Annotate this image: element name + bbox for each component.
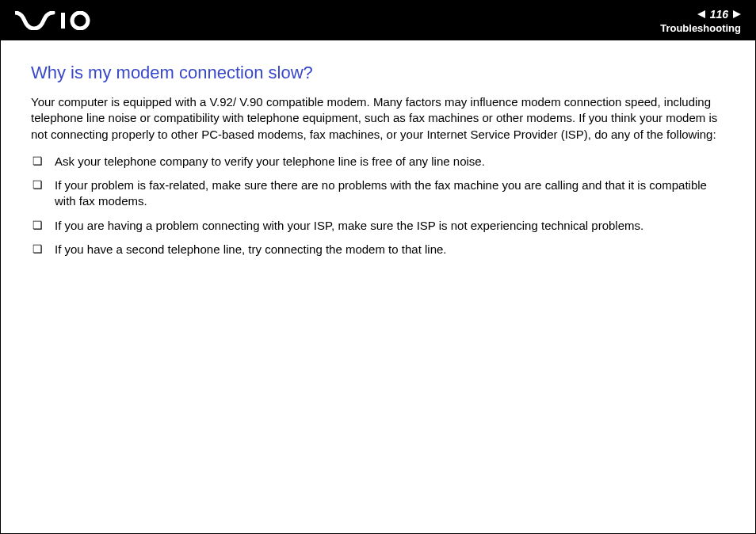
bullet-list: Ask your telephone company to verify you… — [31, 154, 725, 257]
list-item: If your problem is fax-related, make sur… — [31, 177, 725, 210]
list-item: Ask your telephone company to verify you… — [31, 154, 725, 170]
content-area: Why is my modem connection slow? Your co… — [1, 40, 755, 288]
intro-paragraph: Your computer is equipped with a V.92/ V… — [31, 94, 725, 143]
svg-rect-0 — [61, 13, 65, 29]
svg-point-1 — [72, 13, 88, 29]
next-page-icon[interactable] — [733, 10, 741, 18]
page-navigator: 116 — [660, 8, 741, 21]
vaio-logo-icon — [15, 11, 94, 30]
prev-page-icon[interactable] — [697, 10, 705, 18]
header-right: 116 Troubleshooting — [660, 8, 741, 34]
list-item: If you have a second telephone line, try… — [31, 242, 725, 257]
section-title: Troubleshooting — [660, 22, 741, 34]
page-container: 116 Troubleshooting Why is my modem conn… — [0, 0, 756, 534]
article-heading: Why is my modem connection slow? — [31, 63, 725, 83]
page-number: 116 — [710, 8, 728, 21]
list-item: If you are having a problem connecting w… — [31, 218, 725, 234]
page-header: 116 Troubleshooting — [1, 1, 755, 40]
